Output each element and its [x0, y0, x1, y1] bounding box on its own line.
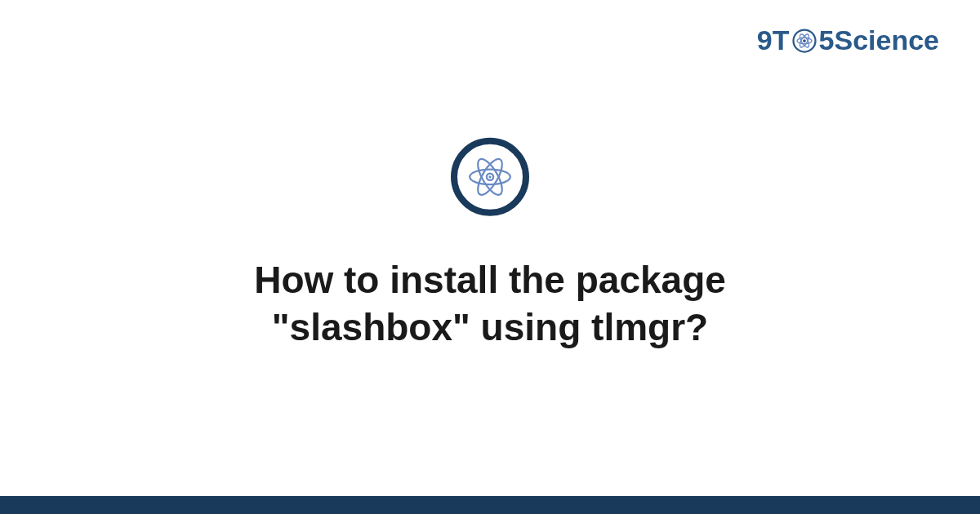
main-content: How to install the package "slashbox" us…	[0, 138, 980, 351]
question-title: How to install the package "slashbox" us…	[122, 257, 858, 351]
brand-prefix: 9T	[757, 24, 790, 56]
footer-bar	[0, 496, 980, 514]
atom-icon	[465, 152, 515, 202]
svg-point-4	[803, 39, 806, 42]
atom-badge	[451, 138, 529, 216]
atom-icon	[791, 27, 818, 55]
svg-point-9	[488, 175, 491, 178]
brand-suffix: 5Science	[819, 24, 939, 56]
brand-logo: 9T 5Science	[757, 24, 939, 56]
